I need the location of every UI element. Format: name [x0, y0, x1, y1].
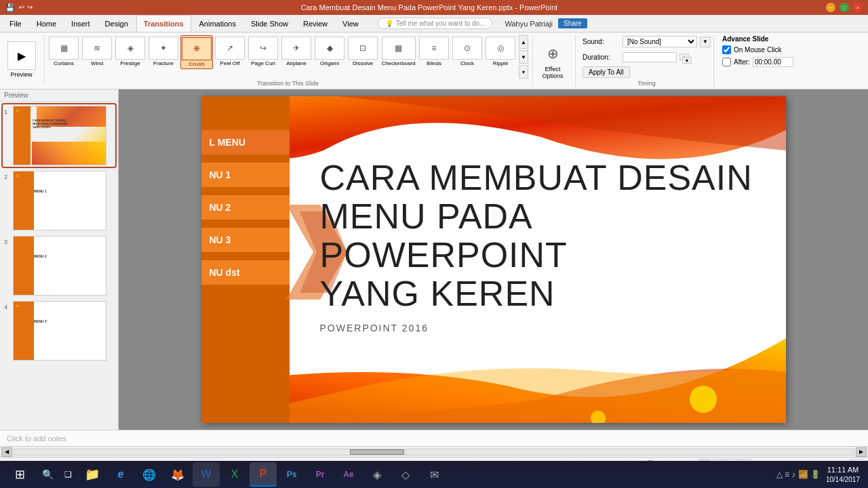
after-label: After:	[734, 58, 750, 66]
menu-button-3[interactable]: NU 3	[201, 228, 290, 252]
share-button[interactable]: Share	[558, 18, 587, 28]
tab-insert[interactable]: Insert	[64, 15, 97, 32]
search-taskbar[interactable]: 🔍	[38, 465, 57, 484]
h-scrollbar[interactable]: ◀ ▶	[0, 446, 868, 457]
transition-peel-off[interactable]: ↗ Peel Off	[214, 35, 246, 68]
sound-select[interactable]: [No Sound]	[623, 36, 697, 47]
star-marker-1: ★	[15, 108, 20, 114]
slide-subtitle: POWERPOINT 2016	[320, 323, 772, 333]
slide-thumb-1[interactable]: 1 ★ CARA MEMBUAT DESAIN MENU PADA POWERP…	[3, 104, 115, 167]
on-mouse-click-checkbox-label[interactable]: On Mouse Click	[722, 45, 793, 54]
start-button[interactable]: ⊞	[3, 462, 37, 487]
sound-label: Sound:	[583, 38, 620, 45]
taskbar-photoshop[interactable]: Ps	[278, 462, 305, 487]
user-info: Wahyu Patriaji Share	[505, 18, 587, 28]
taskbar-powerpoint[interactable]: P	[250, 462, 277, 487]
apply-all-button[interactable]: Apply To All	[583, 66, 630, 78]
taskbar-email[interactable]: ✉	[420, 462, 448, 487]
timing-group: Sound: [No Sound] ▼ Duration: ▲ ▼ Apply …	[578, 35, 711, 87]
taskbar-premiere[interactable]: Pr	[307, 462, 334, 487]
duration-down-button[interactable]: ▼	[682, 57, 692, 64]
prestige-label: Prestige	[120, 60, 140, 66]
maximize-icon[interactable]: □	[840, 3, 849, 12]
scroll-more-button[interactable]: ▾	[519, 65, 528, 79]
menu-button-1[interactable]: NU 1	[201, 163, 290, 187]
taskbar-misc1[interactable]: ◈	[363, 462, 391, 487]
tab-file[interactable]: File	[3, 15, 28, 32]
transition-checkerboard[interactable]: ▦ Checkerboard	[380, 35, 417, 68]
quick-access-toolbar: 💾 ↩ ↪	[5, 3, 33, 12]
minimize-icon[interactable]: ─	[826, 3, 835, 12]
menu-button-main[interactable]: L MENU	[201, 130, 290, 155]
close-icon[interactable]: ×	[853, 3, 863, 12]
tell-me-input[interactable]: 💡 Tell me what you want to do...	[378, 18, 493, 29]
menu-button-dst[interactable]: NU dst	[201, 260, 290, 285]
slide-num-4: 4	[4, 304, 11, 310]
transition-crush[interactable]: ❋ Crush	[180, 35, 213, 69]
slide-thumb-3[interactable]: 3 MENU 2	[3, 235, 115, 297]
redo-icon[interactable]: ↪	[27, 3, 33, 12]
scroll-right-button[interactable]: ▶	[856, 447, 867, 457]
tab-home[interactable]: Home	[30, 15, 63, 32]
transition-dissolve[interactable]: ⊡ Dissolve	[347, 35, 379, 68]
transition-fracture[interactable]: ✦ Fracture	[147, 35, 180, 68]
save-icon[interactable]: 💾	[5, 3, 15, 12]
tab-view[interactable]: View	[336, 15, 366, 32]
preview-button[interactable]: ▶ Preview	[5, 35, 39, 84]
tab-slideshow[interactable]: Slide Show	[244, 15, 295, 32]
taskbar-excel[interactable]: X	[221, 462, 248, 487]
taskbar-ae[interactable]: Ae	[335, 462, 362, 487]
panel-label-area: Preview 1 ★ CARA MEMBUAT DESAIN MENU PAD…	[0, 89, 119, 430]
slide-canvas[interactable]: L MENU NU 1 NU 2 NU 3 NU dst CARA MEMBUA…	[201, 96, 786, 423]
on-mouse-click-checkbox[interactable]	[722, 45, 731, 54]
slide-panel[interactable]: 1 ★ CARA MEMBUAT DESAIN MENU PADA POWERP…	[0, 102, 119, 430]
panel-label: Preview	[0, 89, 118, 102]
transitions-group: ▦ Curtains ≋ Wind ◈ Prestige ✦ Fracture …	[47, 35, 533, 87]
tab-animations[interactable]: Animations	[193, 15, 243, 32]
transition-airplane[interactable]: ✈ Airplane	[280, 35, 313, 68]
transition-blinds[interactable]: ≡ Blinds	[418, 35, 450, 68]
slide-title: CARA MEMBUAT DESAIN MENU PADA POWERPOINT…	[320, 159, 772, 314]
transition-prestige[interactable]: ◈ Prestige	[114, 35, 146, 68]
scroll-up-button[interactable]: ▲	[519, 35, 528, 49]
tab-design[interactable]: Design	[98, 15, 135, 32]
taskbar-edge[interactable]: e	[107, 462, 134, 487]
transition-page-curl[interactable]: ↪ Page Curl	[247, 35, 279, 68]
after-input[interactable]	[753, 57, 793, 67]
notes-area[interactable]: Click to add notes	[0, 430, 868, 446]
crush-label: Crush	[189, 61, 204, 67]
sound-dropdown-button[interactable]: ▼	[700, 37, 711, 47]
scroll-track[interactable]	[14, 449, 854, 455]
menu-button-2[interactable]: NU 2	[201, 195, 290, 220]
undo-icon[interactable]: ↩	[19, 3, 24, 12]
transitions-group-label: Transition to This Slide	[47, 80, 528, 87]
transition-clock[interactable]: ⊙ Clock	[451, 35, 484, 68]
effect-options-button[interactable]: ⊕ Effect Options	[536, 35, 570, 87]
taskbar-word[interactable]: W	[193, 462, 220, 487]
blinds-label: Blinds	[427, 60, 441, 66]
scroll-left-button[interactable]: ◀	[1, 447, 12, 457]
peel-off-label: Peel Off	[220, 60, 240, 66]
taskbar-firefox[interactable]: 🦊	[164, 462, 191, 487]
task-view-button[interactable]: ❑	[58, 465, 77, 484]
star-marker-2: ★	[15, 173, 20, 179]
scroll-thumb[interactable]	[350, 449, 404, 455]
transition-wind[interactable]: ≋ Wind	[81, 35, 113, 68]
slide-thumb-4[interactable]: 4 ★ MENU 3	[3, 300, 115, 362]
taskbar-file-explorer[interactable]: 📁	[79, 462, 106, 487]
after-checkbox[interactable]	[722, 58, 731, 66]
transition-origami[interactable]: ◆ Origami	[313, 35, 346, 68]
tab-review[interactable]: Review	[296, 15, 334, 32]
slide-thumb-2[interactable]: 2 ★ MENU 1	[3, 169, 115, 232]
taskbar-misc2[interactable]: ◇	[392, 462, 419, 487]
tab-transitions[interactable]: Transitions	[136, 15, 191, 32]
advance-slide-label: Advance Slide	[722, 35, 793, 43]
duration-input[interactable]	[623, 52, 677, 62]
scroll-down-button[interactable]: ▼	[519, 50, 528, 64]
taskbar-chrome[interactable]: 🌐	[136, 462, 163, 487]
canvas-area[interactable]: L MENU NU 1 NU 2 NU 3 NU dst CARA MEMBUA…	[119, 89, 868, 430]
fracture-label: Fracture	[153, 60, 174, 66]
transition-ripple[interactable]: ◎ Ripple	[484, 35, 517, 68]
wind-label: Wind	[91, 60, 103, 66]
transition-curtains[interactable]: ▦ Curtains	[47, 35, 80, 68]
